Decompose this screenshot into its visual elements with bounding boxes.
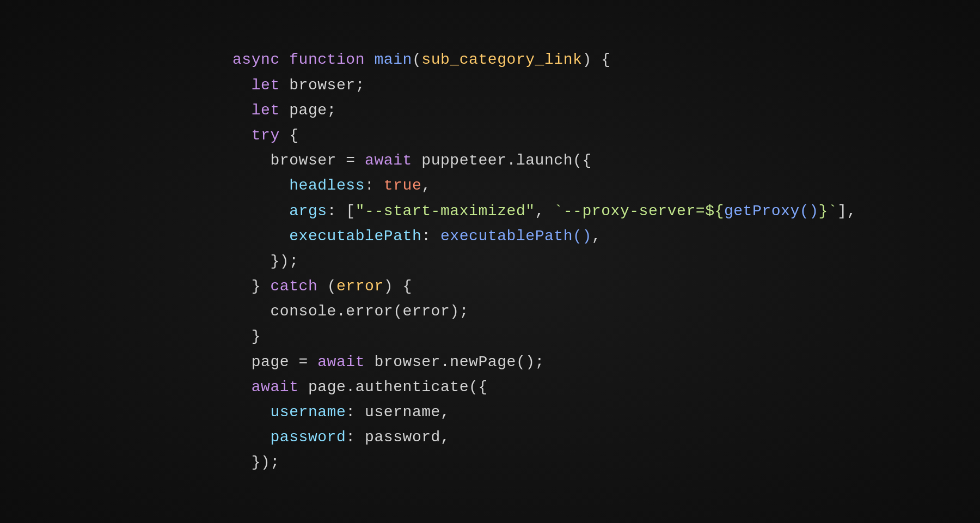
code-line: } catch (error) { <box>232 274 856 299</box>
code-token: username <box>270 404 346 421</box>
code-line: let browser; <box>232 73 856 98</box>
code-token: : <box>365 177 384 194</box>
code-token: password <box>270 429 346 446</box>
code-token: args <box>289 203 327 220</box>
code-token: getProxy() <box>724 203 819 220</box>
code-token: ); <box>450 303 469 320</box>
code-token: browser = <box>232 152 365 169</box>
code-token <box>232 203 289 220</box>
code-line: page = await browser.newPage(); <box>232 350 856 375</box>
code-token: async <box>232 51 289 68</box>
code-token: ) { <box>582 51 610 68</box>
code-line: username: username, <box>232 400 856 425</box>
code-token: .newPage(); <box>440 354 544 370</box>
code-token: ], <box>837 203 856 220</box>
code-token: page = <box>232 354 317 370</box>
code-token: headless <box>289 177 365 194</box>
code-token: ( <box>327 278 336 295</box>
code-token: executablePath <box>289 228 421 245</box>
code-line: try { <box>232 123 856 148</box>
code-token: console <box>232 303 336 320</box>
code-token: , <box>592 228 601 245</box>
code-line: password: password, <box>232 425 856 450</box>
code-line: async function main(sub_category_link) { <box>232 47 856 72</box>
code-line: headless: true, <box>232 173 856 198</box>
code-token: browser <box>374 354 440 370</box>
code-token: let <box>252 77 289 94</box>
code-token: .authenticate({ <box>346 379 487 396</box>
code-token: let <box>252 102 289 119</box>
code-token: : <box>421 228 440 245</box>
code-token: await <box>252 379 308 396</box>
code-token: function <box>289 51 374 68</box>
code-token: await <box>365 152 421 169</box>
code-token <box>232 127 252 144</box>
code-token: true <box>384 177 421 194</box>
code-token: sub_category_link <box>421 51 582 68</box>
code-line: args: ["--start-maximized", `--proxy-ser… <box>232 199 856 224</box>
code-token: }); <box>232 454 280 471</box>
code-line: await page.authenticate({ <box>232 375 856 400</box>
code-token: error <box>403 303 450 320</box>
code-token <box>232 429 270 446</box>
code-token <box>232 177 289 194</box>
code-token: , <box>535 203 554 220</box>
code-token: } <box>232 278 270 295</box>
code-line: executablePath: executablePath(), <box>232 224 856 249</box>
code-token: : [ <box>327 203 356 220</box>
code-token: "--start-maximized" <box>356 203 535 220</box>
code-token: catch <box>270 278 327 295</box>
code-line: let page; <box>232 98 856 123</box>
code-token: : username, <box>346 404 450 421</box>
code-token: executablePath() <box>440 228 592 245</box>
code-line: console.error(error); <box>232 299 856 324</box>
code-token <box>232 379 252 396</box>
code-token: puppeteer <box>421 152 506 169</box>
code-token: try <box>252 127 289 144</box>
code-token: main <box>374 51 412 68</box>
code-token: .launch({ <box>507 152 592 169</box>
code-token: page; <box>289 102 336 119</box>
code-block: async function main(sub_category_link) {… <box>232 47 856 475</box>
code-token: : password, <box>346 429 450 446</box>
code-token: , <box>421 177 431 194</box>
code-token: { <box>289 127 298 144</box>
code-line: }); <box>232 249 856 274</box>
code-token: ( <box>412 51 421 68</box>
code-token: ) { <box>384 278 412 295</box>
code-token: error <box>336 278 384 295</box>
code-token <box>232 228 289 245</box>
code-container: async function main(sub_category_link) {… <box>0 0 980 523</box>
code-token: .error( <box>336 303 403 320</box>
code-token: }); <box>232 253 299 270</box>
code-token <box>232 404 270 421</box>
code-token: await <box>317 354 374 370</box>
code-token: page <box>308 379 346 396</box>
code-token <box>232 102 252 119</box>
code-token: `--proxy-server=${ <box>554 203 724 220</box>
code-token: }` <box>819 203 838 220</box>
code-token: } <box>232 328 261 345</box>
code-line: browser = await puppeteer.launch({ <box>232 148 856 173</box>
code-line: } <box>232 324 856 349</box>
code-line: }); <box>232 450 856 475</box>
code-token: browser; <box>289 77 365 94</box>
code-token <box>232 77 252 94</box>
